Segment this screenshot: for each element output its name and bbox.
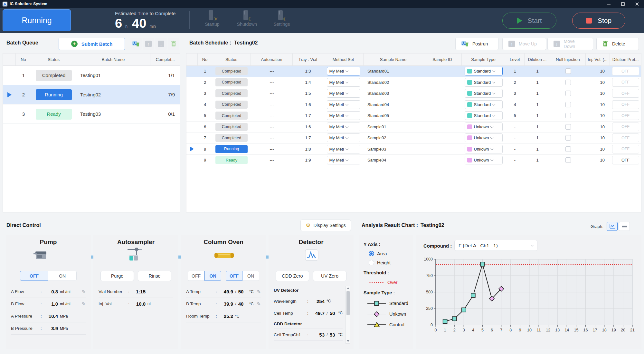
minimize-icon[interactable] bbox=[601, 0, 616, 8]
system-settings-button[interactable]: ☾Settings bbox=[269, 10, 295, 27]
system-button-label: Settings bbox=[274, 22, 290, 27]
sample-type-dropdown[interactable]: Standard bbox=[465, 67, 503, 75]
null-injection-checkbox[interactable] bbox=[565, 146, 571, 152]
pump-power-toggle-off[interactable]: OFF bbox=[20, 271, 48, 281]
edit-pencil-icon[interactable]: ✎ bbox=[257, 289, 261, 295]
batch-schedule-row[interactable]: 4Completed---1:6My MetlStandard04Standar… bbox=[186, 99, 641, 111]
sample-type-dropdown[interactable]: Unkown bbox=[465, 133, 503, 142]
null-injection-checkbox[interactable] bbox=[565, 124, 571, 130]
batch-queue-row[interactable]: 3ReadyTesting030/1 bbox=[3, 104, 180, 124]
dilution-pret-button[interactable]: OFF bbox=[612, 67, 639, 75]
batch-schedule-row[interactable]: 2Completed---1:4My MetlStandard02Standar… bbox=[186, 77, 641, 88]
dilution-pret-button[interactable]: OFF bbox=[612, 89, 639, 98]
sample-id-cell bbox=[423, 155, 462, 166]
detector-cdd-zero-button[interactable]: CDD Zero bbox=[276, 271, 309, 281]
method-set-dropdown[interactable]: My Metl bbox=[327, 133, 360, 142]
system-startup-button[interactable]: ☀Startup bbox=[199, 10, 225, 27]
batch-queue-row[interactable]: 2RunningTesting027/9 bbox=[3, 85, 180, 104]
batch-schedule-row[interactable]: 6Completed---1:6My MetlSample01Unkown-11… bbox=[186, 122, 641, 133]
dilution-pret-button[interactable]: OFF bbox=[612, 100, 639, 109]
queue-delete-button[interactable] bbox=[168, 38, 179, 50]
dilution-pret-button[interactable]: OFF bbox=[612, 123, 639, 131]
method-set-dropdown[interactable]: My Metl bbox=[327, 145, 360, 153]
dilution-pret-button[interactable]: OFF bbox=[612, 156, 639, 164]
method-set-dropdown[interactable]: My Metl bbox=[327, 100, 360, 109]
queue-move-up-button[interactable]: ↑ bbox=[143, 38, 154, 50]
sample-type-dropdown[interactable]: Unkown bbox=[465, 156, 503, 164]
edit-pencil-icon[interactable]: ✎ bbox=[81, 301, 86, 307]
batch-schedule-row[interactable]: 7Completed---1:7My MetlSample02Unkown-11… bbox=[186, 133, 641, 144]
oven-toggle-0-off[interactable]: OFF bbox=[188, 271, 204, 281]
null-injection-checkbox[interactable] bbox=[565, 135, 571, 141]
oven-toggle-1-off[interactable]: OFF bbox=[226, 271, 242, 281]
null-injection-checkbox[interactable] bbox=[565, 157, 571, 163]
batch-schedule-row[interactable]: 1Completed---1:3My MetlStandard01Standar… bbox=[186, 66, 641, 77]
submit-batch-button[interactable]: + Submit Batch bbox=[59, 38, 125, 50]
method-set-dropdown[interactable]: My Metl bbox=[327, 67, 360, 75]
param-label: B Pressure bbox=[11, 326, 41, 331]
null-injection-checkbox[interactable] bbox=[565, 113, 571, 118]
oven-toggle-0-on[interactable]: ON bbox=[204, 271, 221, 281]
method-set-dropdown[interactable]: My Metl bbox=[327, 123, 360, 131]
dilution-pret-button[interactable]: OFF bbox=[612, 133, 639, 142]
y-axis-option-area[interactable]: Area bbox=[369, 251, 387, 256]
stop-button[interactable]: Stop bbox=[572, 13, 625, 29]
batch-schedule-row[interactable]: 3Completed---1:5My MetlStandard03Standar… bbox=[186, 88, 641, 99]
sample-type-swatch bbox=[467, 91, 472, 96]
null-injection-checkbox[interactable] bbox=[565, 91, 571, 96]
move-up-button[interactable]: ↑Move Up bbox=[502, 38, 546, 50]
close-icon[interactable] bbox=[630, 0, 644, 8]
detector-section-header: CDD Detector bbox=[274, 319, 343, 329]
batch-schedule-row[interactable]: 9Ready---1:9My MetlSample04Unkown-110OFF bbox=[186, 155, 641, 166]
sample-type-dropdown[interactable]: Standard bbox=[465, 78, 503, 87]
batch-schedule-row[interactable]: 8Running---1:8My MetlSample03Unkown-110O… bbox=[186, 144, 641, 155]
display-settings-button[interactable]: ⚙ Display Settings bbox=[300, 220, 351, 231]
method-set-dropdown[interactable]: My Metl bbox=[327, 78, 360, 87]
scroll-down-icon[interactable] bbox=[346, 339, 350, 343]
start-button[interactable]: Start bbox=[502, 13, 556, 29]
oven-toggle-1-on[interactable]: ON bbox=[242, 271, 259, 281]
sample-type-dropdown[interactable]: Standard bbox=[465, 111, 503, 120]
sample-type-dropdown[interactable]: Standard bbox=[465, 100, 503, 109]
schedule-status-cell: Completed bbox=[212, 77, 251, 88]
detector-uv-zero-button[interactable]: UV Zero bbox=[313, 271, 346, 281]
graph-list-view-button[interactable] bbox=[619, 222, 630, 231]
batch-schedule-row[interactable]: 5Completed---1:7My MetlStandard05Standar… bbox=[186, 110, 641, 122]
y-axis-option-height[interactable]: Height bbox=[369, 260, 391, 265]
dilution-pret-button[interactable]: OFF bbox=[612, 78, 639, 87]
system-shutdown-button[interactable]: ☾Shutdown bbox=[234, 10, 260, 27]
system-status-button[interactable]: Running bbox=[3, 9, 71, 31]
queue-postrun-icon-button[interactable] bbox=[130, 38, 142, 50]
pump-power-toggle-on[interactable]: ON bbox=[48, 271, 77, 281]
null-injection-checkbox[interactable] bbox=[565, 80, 571, 85]
sample-type-dropdown[interactable]: Unkown bbox=[465, 123, 503, 131]
scrollbar-thumb[interactable] bbox=[346, 291, 350, 315]
method-set-dropdown[interactable]: My Metl bbox=[327, 156, 360, 164]
radio-unselected-icon[interactable] bbox=[369, 260, 374, 265]
edit-pencil-icon[interactable]: ✎ bbox=[81, 289, 86, 295]
method-set-dropdown[interactable]: My Metl bbox=[327, 111, 360, 120]
autosampler-purge-button[interactable]: Purge bbox=[100, 271, 134, 281]
dilution-pret-button[interactable]: OFF bbox=[612, 111, 639, 120]
compound-dropdown[interactable]: F (Det A - Ch1 - 1) bbox=[454, 240, 537, 251]
param-slash: / bbox=[235, 289, 236, 294]
batch-queue-row[interactable]: 1CompletedTesting011/1 bbox=[3, 66, 180, 85]
radio-selected-icon[interactable] bbox=[369, 251, 374, 256]
scroll-up-icon[interactable] bbox=[346, 286, 350, 290]
dilution-pret-button[interactable]: OFF bbox=[612, 145, 639, 153]
maximize-icon[interactable] bbox=[616, 0, 630, 8]
move-down-button[interactable]: ↓Move Down bbox=[547, 38, 593, 50]
detector-scrollbar[interactable] bbox=[346, 286, 350, 344]
delete-button[interactable]: Delete bbox=[596, 38, 639, 50]
sample-type-dropdown[interactable]: Unkown bbox=[465, 145, 503, 153]
batch-queue-title: Batch Queue bbox=[6, 40, 38, 46]
queue-move-down-button[interactable]: ↓ bbox=[155, 38, 167, 50]
autosampler-rinse-button[interactable]: Rinse bbox=[138, 271, 171, 281]
null-injection-checkbox[interactable] bbox=[565, 102, 571, 107]
graph-chart-view-button[interactable] bbox=[607, 222, 618, 231]
postrun-button[interactable]: Postrun bbox=[455, 38, 498, 50]
null-injection-checkbox[interactable] bbox=[565, 68, 571, 74]
edit-pencil-icon[interactable]: ✎ bbox=[257, 301, 261, 307]
method-set-dropdown[interactable]: My Metl bbox=[327, 89, 360, 98]
sample-type-dropdown[interactable]: Standard bbox=[465, 89, 503, 98]
